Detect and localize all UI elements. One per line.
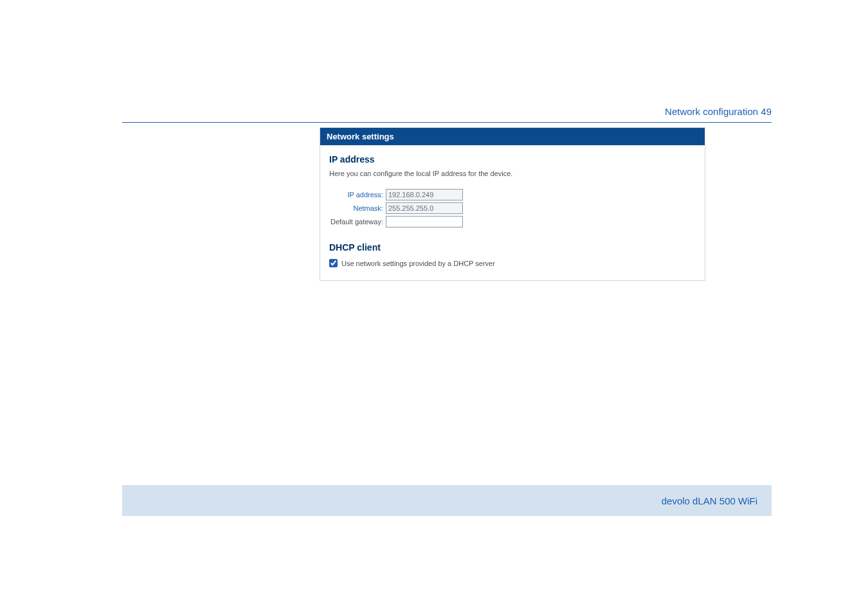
dhcp-section: DHCP client Use network settings provide…	[329, 242, 696, 267]
dhcp-checkbox[interactable]	[329, 259, 338, 267]
network-settings-panel: Network settings IP address Here you can…	[320, 127, 705, 281]
netmask-input[interactable]	[386, 202, 463, 214]
panel-title: Network settings	[320, 128, 705, 145]
breadcrumb: Network configuration 49	[122, 106, 772, 121]
footer-bar: devolo dLAN 500 WiFi	[122, 485, 772, 516]
page-header: Network configuration 49	[122, 106, 772, 123]
dhcp-checkbox-row: Use network settings provided by a DHCP …	[329, 259, 696, 267]
netmask-label: Netmask:	[329, 201, 384, 215]
ip-address-description: Here you can configure the local IP addr…	[329, 170, 696, 177]
ip-address-label: IP address:	[329, 188, 384, 201]
footer-product-label: devolo dLAN 500 WiFi	[662, 495, 757, 506]
gateway-label: Default gateway:	[329, 215, 384, 228]
dhcp-checkbox-label: Use network settings provided by a DHCP …	[341, 260, 495, 267]
gateway-input[interactable]	[386, 216, 463, 227]
ip-address-heading: IP address	[329, 154, 696, 164]
header-divider	[122, 122, 772, 123]
ip-address-input[interactable]	[386, 189, 463, 200]
ip-form-table: IP address: Netmask: Default gateway:	[329, 188, 464, 228]
panel-body: IP address Here you can configure the lo…	[320, 145, 705, 280]
dhcp-client-heading: DHCP client	[329, 242, 696, 253]
